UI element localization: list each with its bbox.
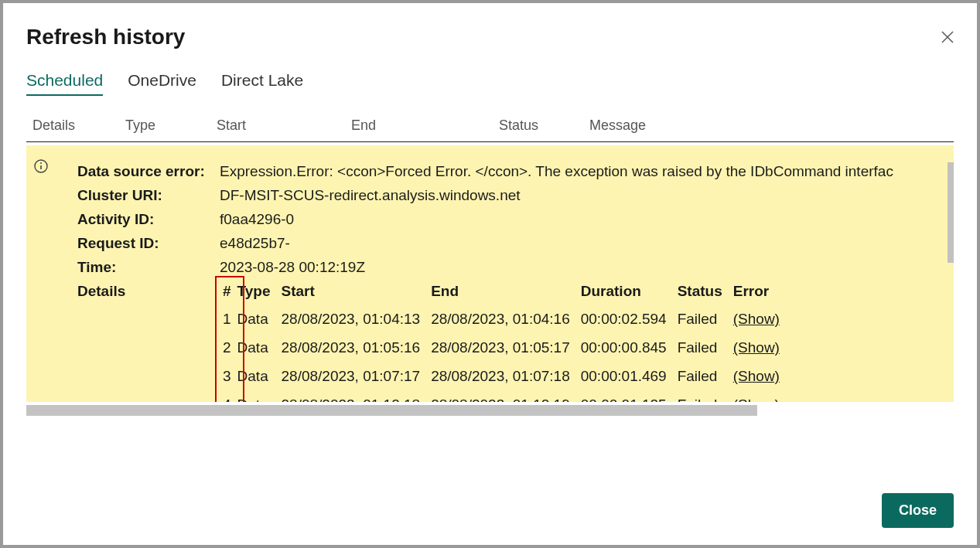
attempt-col-header: Status: [678, 279, 733, 305]
show-error-link[interactable]: (Show): [733, 339, 780, 356]
table-cell: Failed: [678, 305, 733, 333]
value-cluster-uri: DF-MSIT-SCUS-redirect.analysis.windows.n…: [220, 183, 954, 207]
table-cell: 28/08/2023, 01:05:17: [431, 333, 581, 362]
attempt-col-header: End: [431, 279, 581, 305]
highlight-box: [215, 276, 244, 402]
table-cell: 28/08/2023, 01:07:17: [282, 362, 432, 390]
history-columns: Details Type Start End Status Message: [26, 117, 954, 142]
horizontal-scrollbar-thumb[interactable]: [26, 405, 757, 416]
attempt-col-header: Duration: [581, 279, 678, 305]
label-activity-id: Activity ID:: [77, 207, 220, 231]
value-activity-id: f0aa4296-0: [220, 207, 954, 231]
horizontal-scrollbar-track[interactable]: [26, 405, 796, 416]
dialog-title: Refresh history: [26, 25, 185, 49]
table-cell: 00:00:00.845: [581, 333, 678, 362]
show-error-link[interactable]: (Show): [733, 397, 780, 402]
table-cell: 28/08/2023, 01:12:19: [431, 390, 581, 402]
label-data-source-error: Data source error:: [77, 159, 220, 183]
value-data-source-error: Expression.Error: <ccon>Forced Error. </…: [220, 159, 954, 183]
value-request-id: e48d25b7-: [220, 231, 954, 255]
table-row: 4Data28/08/2023, 01:12:1828/08/2023, 01:…: [220, 390, 790, 402]
table-cell: 00:00:02.594: [581, 305, 678, 333]
label-details: Details: [77, 279, 220, 402]
label-request-id: Request ID:: [77, 231, 220, 255]
attempt-table: #TypeStartEndDurationStatusError 1Data28…: [220, 279, 790, 402]
col-message: Message: [589, 117, 948, 134]
tab-bar: Scheduled OneDrive Direct Lake: [26, 71, 954, 96]
table-cell: 28/08/2023, 01:07:18: [431, 362, 581, 390]
table-cell: Failed: [678, 333, 733, 362]
attempt-col-header: Start: [282, 279, 432, 305]
refresh-history-dialog: Refresh history Scheduled OneDrive Direc…: [3, 3, 977, 545]
col-end: End: [351, 117, 499, 134]
svg-point-3: [40, 162, 42, 164]
table-row: 2Data28/08/2023, 01:05:1628/08/2023, 01:…: [220, 333, 790, 362]
table-row: 3Data28/08/2023, 01:07:1728/08/2023, 01:…: [220, 362, 790, 390]
table-cell: (Show): [733, 362, 790, 390]
close-icon[interactable]: [941, 31, 954, 43]
table-cell: 28/08/2023, 01:05:16: [282, 333, 432, 362]
table-cell: 28/08/2023, 01:12:18: [282, 390, 432, 402]
close-button[interactable]: Close: [882, 493, 954, 528]
tab-onedrive[interactable]: OneDrive: [128, 71, 196, 96]
table-cell: Failed: [678, 390, 733, 402]
tab-scheduled[interactable]: Scheduled: [26, 71, 103, 96]
table-cell: 28/08/2023, 01:04:16: [431, 305, 581, 333]
value-time: 2023-08-28 00:12:19Z: [220, 255, 954, 279]
col-status: Status: [499, 117, 589, 134]
table-cell: 00:00:01.469: [581, 362, 678, 390]
table-row: 1Data28/08/2023, 01:04:1328/08/2023, 01:…: [220, 305, 790, 333]
label-time: Time:: [77, 255, 220, 279]
info-icon: [34, 159, 48, 173]
table-cell: Failed: [678, 362, 733, 390]
attempt-col-header: Error: [733, 279, 790, 305]
label-cluster-uri: Cluster URI:: [77, 183, 220, 207]
col-type: Type: [125, 117, 217, 134]
table-cell: (Show): [733, 333, 790, 362]
table-cell: (Show): [733, 305, 790, 333]
error-detail-panel: Data source error: Expression.Error: <cc…: [26, 145, 954, 402]
table-cell: 00:00:01.125: [581, 390, 678, 402]
show-error-link[interactable]: (Show): [733, 311, 780, 327]
show-error-link[interactable]: (Show): [733, 368, 780, 384]
tab-direct-lake[interactable]: Direct Lake: [221, 71, 303, 96]
col-details: Details: [32, 117, 125, 134]
col-start: Start: [217, 117, 351, 134]
scrollbar-thumb[interactable]: [948, 162, 954, 263]
table-cell: (Show): [733, 390, 790, 402]
table-cell: 28/08/2023, 01:04:13: [282, 305, 432, 333]
